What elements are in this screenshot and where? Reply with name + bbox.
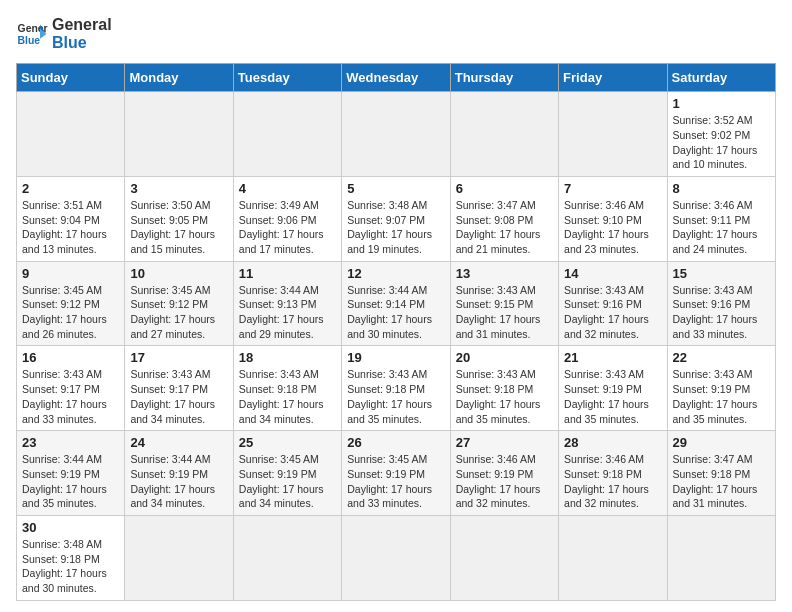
calendar-cell: 28Sunrise: 3:46 AM Sunset: 9:18 PM Dayli…	[559, 431, 667, 516]
day-info: Sunrise: 3:47 AM Sunset: 9:18 PM Dayligh…	[673, 452, 770, 511]
day-number: 25	[239, 435, 336, 450]
day-number: 3	[130, 181, 227, 196]
day-number: 2	[22, 181, 119, 196]
day-info: Sunrise: 3:45 AM Sunset: 9:19 PM Dayligh…	[239, 452, 336, 511]
day-info: Sunrise: 3:43 AM Sunset: 9:16 PM Dayligh…	[564, 283, 661, 342]
calendar-cell	[342, 515, 450, 600]
day-info: Sunrise: 3:43 AM Sunset: 9:17 PM Dayligh…	[22, 367, 119, 426]
weekday-header-saturday: Saturday	[667, 64, 775, 92]
day-number: 24	[130, 435, 227, 450]
header: General Blue General Blue	[16, 16, 776, 51]
day-info: Sunrise: 3:50 AM Sunset: 9:05 PM Dayligh…	[130, 198, 227, 257]
calendar-cell: 5Sunrise: 3:48 AM Sunset: 9:07 PM Daylig…	[342, 176, 450, 261]
day-info: Sunrise: 3:43 AM Sunset: 9:18 PM Dayligh…	[456, 367, 553, 426]
week-row-1: 1Sunrise: 3:52 AM Sunset: 9:02 PM Daylig…	[17, 92, 776, 177]
weekday-header-wednesday: Wednesday	[342, 64, 450, 92]
calendar-cell: 1Sunrise: 3:52 AM Sunset: 9:02 PM Daylig…	[667, 92, 775, 177]
day-info: Sunrise: 3:51 AM Sunset: 9:04 PM Dayligh…	[22, 198, 119, 257]
day-number: 21	[564, 350, 661, 365]
calendar-cell: 22Sunrise: 3:43 AM Sunset: 9:19 PM Dayli…	[667, 346, 775, 431]
day-info: Sunrise: 3:43 AM Sunset: 9:19 PM Dayligh…	[564, 367, 661, 426]
calendar-cell: 14Sunrise: 3:43 AM Sunset: 9:16 PM Dayli…	[559, 261, 667, 346]
calendar-cell: 19Sunrise: 3:43 AM Sunset: 9:18 PM Dayli…	[342, 346, 450, 431]
calendar-cell	[342, 92, 450, 177]
calendar-cell: 3Sunrise: 3:50 AM Sunset: 9:05 PM Daylig…	[125, 176, 233, 261]
day-info: Sunrise: 3:46 AM Sunset: 9:18 PM Dayligh…	[564, 452, 661, 511]
weekday-header-sunday: Sunday	[17, 64, 125, 92]
day-number: 10	[130, 266, 227, 281]
calendar-cell	[559, 92, 667, 177]
day-info: Sunrise: 3:45 AM Sunset: 9:12 PM Dayligh…	[130, 283, 227, 342]
day-number: 4	[239, 181, 336, 196]
day-info: Sunrise: 3:43 AM Sunset: 9:16 PM Dayligh…	[673, 283, 770, 342]
day-info: Sunrise: 3:43 AM Sunset: 9:18 PM Dayligh…	[239, 367, 336, 426]
day-number: 23	[22, 435, 119, 450]
calendar-cell: 29Sunrise: 3:47 AM Sunset: 9:18 PM Dayli…	[667, 431, 775, 516]
calendar-table: SundayMondayTuesdayWednesdayThursdayFrid…	[16, 63, 776, 601]
calendar-cell	[450, 92, 558, 177]
calendar-cell: 30Sunrise: 3:48 AM Sunset: 9:18 PM Dayli…	[17, 515, 125, 600]
day-number: 7	[564, 181, 661, 196]
svg-text:Blue: Blue	[18, 34, 41, 45]
logo-general-text: General	[52, 16, 112, 34]
weekday-header-row: SundayMondayTuesdayWednesdayThursdayFrid…	[17, 64, 776, 92]
day-info: Sunrise: 3:44 AM Sunset: 9:19 PM Dayligh…	[130, 452, 227, 511]
weekday-header-thursday: Thursday	[450, 64, 558, 92]
day-number: 19	[347, 350, 444, 365]
calendar-cell	[233, 92, 341, 177]
day-info: Sunrise: 3:48 AM Sunset: 9:07 PM Dayligh…	[347, 198, 444, 257]
day-info: Sunrise: 3:43 AM Sunset: 9:17 PM Dayligh…	[130, 367, 227, 426]
day-number: 13	[456, 266, 553, 281]
day-info: Sunrise: 3:52 AM Sunset: 9:02 PM Dayligh…	[673, 113, 770, 172]
calendar-cell	[233, 515, 341, 600]
calendar-cell	[559, 515, 667, 600]
day-info: Sunrise: 3:44 AM Sunset: 9:14 PM Dayligh…	[347, 283, 444, 342]
day-info: Sunrise: 3:45 AM Sunset: 9:19 PM Dayligh…	[347, 452, 444, 511]
day-info: Sunrise: 3:44 AM Sunset: 9:19 PM Dayligh…	[22, 452, 119, 511]
calendar-cell: 12Sunrise: 3:44 AM Sunset: 9:14 PM Dayli…	[342, 261, 450, 346]
calendar-cell	[125, 515, 233, 600]
week-row-4: 16Sunrise: 3:43 AM Sunset: 9:17 PM Dayli…	[17, 346, 776, 431]
day-info: Sunrise: 3:43 AM Sunset: 9:15 PM Dayligh…	[456, 283, 553, 342]
day-number: 12	[347, 266, 444, 281]
calendar-cell: 4Sunrise: 3:49 AM Sunset: 9:06 PM Daylig…	[233, 176, 341, 261]
calendar-cell: 23Sunrise: 3:44 AM Sunset: 9:19 PM Dayli…	[17, 431, 125, 516]
weekday-header-tuesday: Tuesday	[233, 64, 341, 92]
calendar-cell	[667, 515, 775, 600]
calendar-cell: 7Sunrise: 3:46 AM Sunset: 9:10 PM Daylig…	[559, 176, 667, 261]
day-number: 27	[456, 435, 553, 450]
day-info: Sunrise: 3:44 AM Sunset: 9:13 PM Dayligh…	[239, 283, 336, 342]
calendar-cell	[125, 92, 233, 177]
day-number: 20	[456, 350, 553, 365]
weekday-header-friday: Friday	[559, 64, 667, 92]
calendar-cell	[450, 515, 558, 600]
logo: General Blue General Blue	[16, 16, 112, 51]
day-info: Sunrise: 3:48 AM Sunset: 9:18 PM Dayligh…	[22, 537, 119, 596]
week-row-5: 23Sunrise: 3:44 AM Sunset: 9:19 PM Dayli…	[17, 431, 776, 516]
day-number: 30	[22, 520, 119, 535]
logo-icon: General Blue	[16, 18, 48, 50]
calendar-cell: 27Sunrise: 3:46 AM Sunset: 9:19 PM Dayli…	[450, 431, 558, 516]
day-number: 6	[456, 181, 553, 196]
calendar-cell: 20Sunrise: 3:43 AM Sunset: 9:18 PM Dayli…	[450, 346, 558, 431]
calendar-cell: 17Sunrise: 3:43 AM Sunset: 9:17 PM Dayli…	[125, 346, 233, 431]
logo-blue-text: Blue	[52, 34, 112, 52]
week-row-2: 2Sunrise: 3:51 AM Sunset: 9:04 PM Daylig…	[17, 176, 776, 261]
day-number: 5	[347, 181, 444, 196]
calendar-cell: 18Sunrise: 3:43 AM Sunset: 9:18 PM Dayli…	[233, 346, 341, 431]
calendar-cell	[17, 92, 125, 177]
day-info: Sunrise: 3:46 AM Sunset: 9:10 PM Dayligh…	[564, 198, 661, 257]
calendar-cell: 16Sunrise: 3:43 AM Sunset: 9:17 PM Dayli…	[17, 346, 125, 431]
week-row-6: 30Sunrise: 3:48 AM Sunset: 9:18 PM Dayli…	[17, 515, 776, 600]
day-number: 22	[673, 350, 770, 365]
calendar-cell: 9Sunrise: 3:45 AM Sunset: 9:12 PM Daylig…	[17, 261, 125, 346]
day-info: Sunrise: 3:47 AM Sunset: 9:08 PM Dayligh…	[456, 198, 553, 257]
calendar-cell: 21Sunrise: 3:43 AM Sunset: 9:19 PM Dayli…	[559, 346, 667, 431]
calendar-cell: 10Sunrise: 3:45 AM Sunset: 9:12 PM Dayli…	[125, 261, 233, 346]
day-number: 29	[673, 435, 770, 450]
calendar-cell: 2Sunrise: 3:51 AM Sunset: 9:04 PM Daylig…	[17, 176, 125, 261]
day-number: 28	[564, 435, 661, 450]
calendar-cell: 25Sunrise: 3:45 AM Sunset: 9:19 PM Dayli…	[233, 431, 341, 516]
calendar-cell: 13Sunrise: 3:43 AM Sunset: 9:15 PM Dayli…	[450, 261, 558, 346]
day-info: Sunrise: 3:46 AM Sunset: 9:11 PM Dayligh…	[673, 198, 770, 257]
